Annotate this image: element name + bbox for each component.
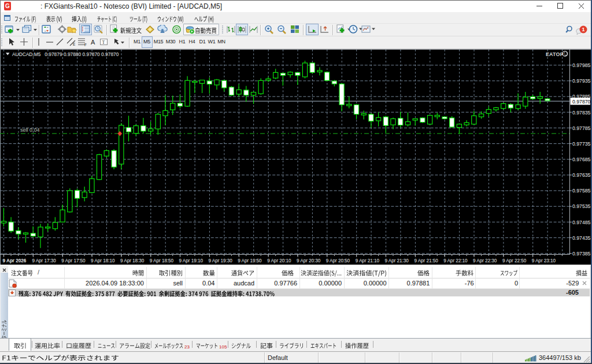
svg-text:9 Apr 18:10: 9 Apr 18:10: [91, 258, 115, 263]
svg-text:0.97585: 0.97585: [572, 188, 591, 194]
svg-text:9 Apr 22:50: 9 Apr 22:50: [502, 258, 527, 263]
svg-text:9 Apr 23:10: 9 Apr 23:10: [532, 258, 556, 263]
svg-text:9 Apr 20:30: 9 Apr 20:30: [297, 258, 321, 263]
svg-text:9 Apr 17:50: 9 Apr 17:50: [61, 258, 86, 263]
svg-text:0.97870: 0.97870: [572, 99, 591, 105]
svg-text:T: T: [102, 40, 105, 45]
svg-text:0.97935: 0.97935: [572, 78, 591, 84]
svg-text:sell 0.04: sell 0.04: [20, 127, 40, 133]
svg-text:0.97835: 0.97835: [572, 110, 591, 116]
svg-text:9 Apr 21:50: 9 Apr 21:50: [414, 258, 438, 263]
svg-text:9 Apr 20:50: 9 Apr 20:50: [326, 258, 350, 263]
svg-text:9 Apr 19:50: 9 Apr 19:50: [238, 258, 262, 263]
svg-text:F: F: [84, 43, 87, 47]
svg-text:0.97385: 0.97385: [572, 251, 591, 257]
svg-text:9 Apr 20:10: 9 Apr 20:10: [267, 258, 291, 263]
svg-text:0.97485: 0.97485: [572, 220, 591, 225]
svg-text:9 Apr 19:10: 9 Apr 19:10: [179, 258, 204, 263]
svg-text:9 Apr 19:30: 9 Apr 19:30: [209, 258, 233, 263]
svg-text:0.97635: 0.97635: [572, 172, 591, 178]
svg-text:0.97435: 0.97435: [572, 235, 591, 241]
svg-text:9 Apr 18:50: 9 Apr 18:50: [150, 258, 174, 263]
svg-text:9 Apr 22:10: 9 Apr 22:10: [443, 258, 468, 263]
svg-text:0.97985: 0.97985: [572, 62, 591, 68]
svg-text:E: E: [73, 42, 76, 46]
svg-text:0.97685: 0.97685: [572, 157, 591, 162]
svg-text:AUDCAD,M5 0.97879 0.97880 0.: AUDCAD,M5 0.97879 0.97880 0.97870 0.9787…: [12, 51, 119, 57]
svg-text:0.97785: 0.97785: [572, 125, 591, 131]
svg-text:9 Apr 21:10: 9 Apr 21:10: [356, 258, 380, 263]
svg-text:9 Apr 17:30: 9 Apr 17:30: [32, 258, 56, 263]
svg-text:0.97735: 0.97735: [572, 141, 591, 147]
svg-text:9 Apr 18:30: 9 Apr 18:30: [120, 258, 145, 263]
svg-text:1: 1: [582, 27, 584, 32]
svg-text:EATOP: EATOP: [546, 51, 564, 57]
svg-text:9 Apr 22:30: 9 Apr 22:30: [473, 258, 497, 263]
svg-text:9 Apr 21:30: 9 Apr 21:30: [385, 258, 409, 263]
svg-text:0.97535: 0.97535: [572, 203, 591, 209]
svg-text:9 Apr 2026: 9 Apr 2026: [3, 258, 27, 263]
